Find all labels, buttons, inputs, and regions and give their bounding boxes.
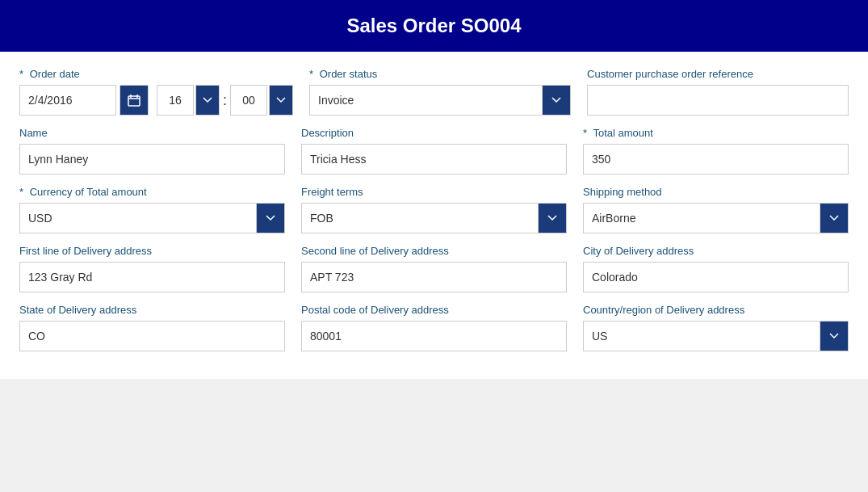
delivery-address2-group: Second line of Delivery address xyxy=(301,245,567,292)
chevron-down-icon-4 xyxy=(266,215,275,221)
description-group: Description xyxy=(301,127,567,175)
name-input[interactable] xyxy=(19,144,285,175)
postal-label: Postal code of Delivery address xyxy=(301,304,567,316)
country-group: Country/region of Delivery address xyxy=(583,304,849,351)
svg-rect-0 xyxy=(128,96,140,106)
calendar-button[interactable] xyxy=(120,85,149,116)
description-label: Description xyxy=(301,127,567,139)
chevron-down-icon-3 xyxy=(551,97,561,103)
city-label: City of Delivery address xyxy=(583,245,849,257)
required-star-4: * xyxy=(19,186,23,198)
total-amount-input[interactable] xyxy=(583,144,849,175)
calendar-icon xyxy=(128,94,140,107)
state-input[interactable] xyxy=(19,321,285,351)
delivery-address1-label: First line of Delivery address xyxy=(19,245,285,257)
freight-terms-label: Freight terms xyxy=(301,186,567,198)
currency-label: * Currency of Total amount xyxy=(19,186,285,198)
order-time-hour-input[interactable] xyxy=(157,85,194,116)
name-group: Name xyxy=(19,127,285,175)
shipping-method-dropdown-button[interactable] xyxy=(820,203,849,233)
state-group: State of Delivery address xyxy=(19,304,285,351)
page-title: Sales Order SO004 xyxy=(346,15,521,36)
name-label: Name xyxy=(19,127,285,139)
order-status-dropdown-button[interactable] xyxy=(542,85,571,116)
required-star-1: * xyxy=(19,68,23,80)
city-group: City of Delivery address xyxy=(583,245,849,292)
customer-po-ref-label: Customer purchase order reference xyxy=(587,68,849,80)
freight-terms-select-wrapper xyxy=(301,203,567,233)
state-label: State of Delivery address xyxy=(19,304,285,316)
order-date-input[interactable] xyxy=(19,85,116,116)
total-amount-label: * Total amount xyxy=(583,127,849,139)
country-label: Country/region of Delivery address xyxy=(583,304,849,316)
order-status-select-wrapper xyxy=(309,85,571,116)
form-container: * Order date xyxy=(0,52,868,379)
required-star-3: * xyxy=(583,127,587,139)
minute-chevron-button[interactable] xyxy=(269,85,293,116)
freight-terms-group: Freight terms xyxy=(301,186,567,233)
postal-group: Postal code of Delivery address xyxy=(301,304,567,351)
shipping-method-label: Shipping method xyxy=(583,186,849,198)
shipping-method-input[interactable] xyxy=(583,203,820,233)
city-input[interactable] xyxy=(583,262,849,292)
description-input[interactable] xyxy=(301,144,567,175)
total-amount-group: * Total amount xyxy=(583,127,849,175)
chevron-down-icon-2 xyxy=(276,97,286,103)
currency-dropdown-button[interactable] xyxy=(256,203,285,233)
customer-po-ref-group: Customer purchase order reference xyxy=(587,68,849,116)
country-dropdown-button[interactable] xyxy=(820,321,849,351)
currency-group: * Currency of Total amount xyxy=(19,186,285,233)
order-date-group: * Order date xyxy=(19,68,293,116)
customer-po-ref-input[interactable] xyxy=(587,85,849,116)
shipping-method-select-wrapper xyxy=(583,203,849,233)
delivery-address2-label: Second line of Delivery address xyxy=(301,245,567,257)
freight-terms-input[interactable] xyxy=(301,203,538,233)
order-status-group: * Order status xyxy=(309,68,571,116)
order-time-minute-input[interactable] xyxy=(230,85,267,116)
time-colon: : xyxy=(223,92,227,109)
country-select-wrapper xyxy=(583,321,849,351)
order-status-input[interactable] xyxy=(309,85,542,116)
currency-input[interactable] xyxy=(19,203,256,233)
shipping-method-group: Shipping method xyxy=(583,186,849,233)
chevron-down-icon xyxy=(203,97,212,103)
required-star-2: * xyxy=(309,68,313,80)
delivery-address2-input[interactable] xyxy=(301,262,567,292)
chevron-down-icon-7 xyxy=(829,333,839,339)
chevron-down-icon-6 xyxy=(829,215,839,221)
delivery-address1-input[interactable] xyxy=(19,262,285,292)
order-status-label: * Order status xyxy=(309,68,571,80)
order-date-label: * Order date xyxy=(19,68,293,80)
postal-input[interactable] xyxy=(301,321,567,351)
chevron-down-icon-5 xyxy=(547,215,557,221)
hour-chevron-button[interactable] xyxy=(195,85,220,116)
freight-terms-dropdown-button[interactable] xyxy=(538,203,567,233)
page-header: Sales Order SO004 xyxy=(0,0,868,52)
country-input[interactable] xyxy=(583,321,820,351)
delivery-address1-group: First line of Delivery address xyxy=(19,245,285,292)
currency-select-wrapper xyxy=(19,203,285,233)
